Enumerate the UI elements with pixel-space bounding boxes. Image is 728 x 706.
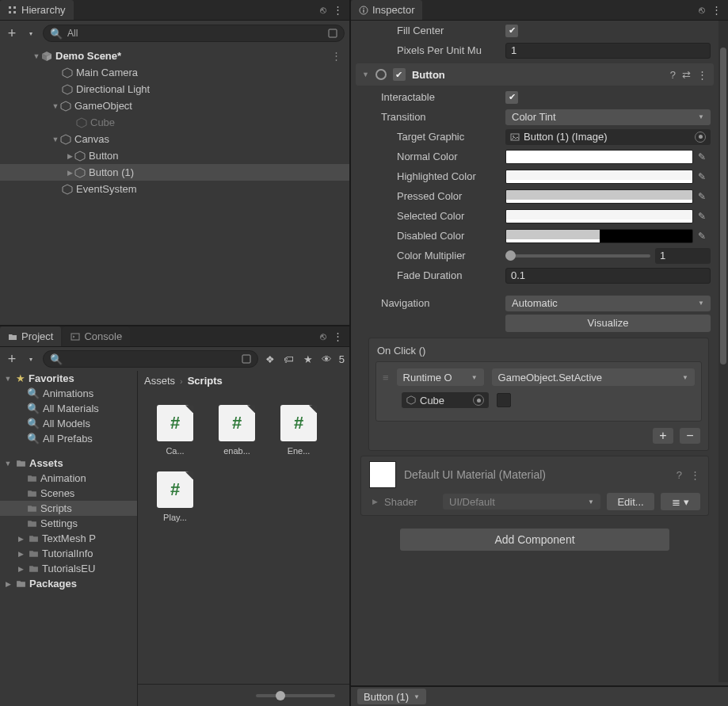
add-button[interactable]: + [5,352,19,366]
hidden-icon[interactable]: 👁 [320,352,334,366]
kebab-icon[interactable]: ⋮ [697,69,707,81]
fav-prefabs[interactable]: 🔍All Prefabs [0,431,137,446]
folder-animation[interactable]: Animation [0,471,137,486]
help-icon[interactable]: ? [670,69,676,81]
hierarchy-canvas[interactable]: ▼ Canvas [0,131,349,147]
onclick-method-dropdown[interactable]: GameObject.SetActive▼ [492,368,695,386]
kebab-icon[interactable]: ⋮ [333,330,343,342]
folder-scenes[interactable]: Scenes [0,486,137,501]
edit-shader-button[interactable]: Edit... [607,493,654,510]
filter-type-icon[interactable]: ❖ [263,352,277,366]
hierarchy-cube-disabled[interactable]: Cube [0,114,349,131]
fav-animations[interactable]: 🔍Animations [0,386,137,401]
asset-script[interactable]: #Play... [152,471,198,522]
kebab-icon[interactable]: ⋮ [711,4,722,16]
expand-arrow-icon[interactable]: ▼ [362,71,369,78]
filter-star-icon[interactable]: ★ [301,352,315,366]
expand-arrow-icon[interactable]: ▼ [51,102,60,110]
onclick-target-object[interactable]: Cube [402,392,489,408]
transition-dropdown[interactable]: Color Tint▼ [505,109,711,125]
assets-header[interactable]: ▼ Assets [0,456,137,471]
hierarchy-directional-light[interactable]: Directional Light [0,81,349,97]
add-component-button[interactable]: Add Component [400,529,669,551]
packages-header[interactable]: ▶ Packages [0,576,137,591]
folder-tutorialinfo[interactable]: ▶TutorialInfo [0,546,137,561]
component-enable-checkbox[interactable]: ✔ [393,68,406,81]
eyedropper-icon[interactable]: ✎ [698,151,711,162]
hierarchy-search-input[interactable]: 🔍 All [43,25,345,42]
filter-label-icon[interactable]: 🏷 [282,352,296,366]
onclick-remove-button[interactable]: − [680,428,700,444]
inspector-scrollbar[interactable] [718,21,728,682]
lock-icon[interactable]: ⎋ [320,4,326,16]
color-multiplier-slider[interactable] [505,254,650,258]
navigation-dropdown[interactable]: Automatic▼ [505,296,711,311]
favorites-header[interactable]: ▼ ★ Favorites [0,371,137,386]
onclick-add-button[interactable]: + [653,428,673,444]
fill-center-checkbox[interactable]: ✔ [505,25,518,37]
expand-arrow-icon[interactable]: ▶ [65,169,74,177]
asset-selector-dropdown[interactable]: Button (1)▼ [357,689,426,704]
interactable-checkbox[interactable]: ✔ [505,91,518,104]
help-icon[interactable]: ? [677,469,682,481]
selected-color-swatch[interactable] [505,209,693,223]
fav-models[interactable]: 🔍All Models [0,416,137,431]
kebab-icon[interactable]: ⋮ [333,4,343,16]
kebab-icon[interactable]: ⋮ [690,469,700,481]
expand-arrow-icon[interactable]: ▼ [51,135,60,143]
target-graphic-field[interactable]: Button (1) (Image) [505,129,711,145]
console-tab[interactable]: Console [63,326,130,346]
object-picker-icon[interactable] [695,132,706,143]
disabled-color-swatch[interactable] [505,229,693,243]
add-button[interactable]: + [5,26,19,40]
object-picker-icon[interactable] [473,395,484,406]
hierarchy-button1-selected[interactable]: ▶ Button (1) [0,164,349,181]
color-multiplier-input[interactable]: 1 [655,248,711,264]
pixels-per-unit-input[interactable]: 1 [505,43,711,59]
onclick-bool-checkbox[interactable] [497,393,511,407]
hierarchy-tab[interactable]: Hierarchy [0,0,74,20]
pressed-color-swatch[interactable] [505,189,693,204]
drag-handle-icon[interactable]: ≡ [383,372,389,384]
eyedropper-icon[interactable]: ✎ [698,171,711,182]
hierarchy-gameobject[interactable]: ▼ GameObject [0,97,349,114]
folder-textmeshp[interactable]: ▶TextMesh P [0,531,137,546]
inspector-tab[interactable]: Inspector [351,0,422,20]
kebab-icon[interactable]: ⋮ [331,50,349,62]
search-target-icon[interactable] [242,354,251,364]
project-tab[interactable]: Project [0,326,61,346]
folder-scripts-selected[interactable]: Scripts [0,501,137,516]
scene-row[interactable]: ▼ Demo Scene* ⋮ [0,48,349,64]
material-swatch[interactable] [369,461,396,488]
button-component-header[interactable]: ▼ ✔ Button ? ⇄ ⋮ [356,63,714,86]
project-search-input[interactable]: 🔍 [43,350,258,368]
onclick-runtime-dropdown[interactable]: Runtime O▼ [397,368,484,386]
asset-script[interactable]: #Ene... [276,405,322,456]
eyedropper-icon[interactable]: ✎ [698,211,711,222]
breadcrumb-current[interactable]: Scripts [188,375,223,387]
dropdown-caret-icon[interactable]: ▾ [24,352,38,366]
preset-icon[interactable]: ⇄ [682,69,691,81]
normal-color-swatch[interactable] [505,150,693,164]
eyedropper-icon[interactable]: ✎ [698,231,711,242]
fade-duration-input[interactable]: 0.1 [505,268,711,284]
breadcrumb-root[interactable]: Assets [144,375,175,387]
search-target-icon[interactable] [328,29,337,38]
shader-view-button[interactable]: ≣ ▾ [661,493,700,510]
hierarchy-main-camera[interactable]: Main Camera [0,64,349,81]
expand-arrow-icon[interactable]: ▶ [372,498,378,506]
asset-script[interactable]: #Ca... [152,405,198,456]
folder-settings[interactable]: Settings [0,516,137,531]
shader-dropdown[interactable]: UI/Default▼ [443,494,600,509]
asset-script[interactable]: #enab... [214,405,260,456]
folder-tutorialseu[interactable]: ▶TutorialsEU [0,561,137,576]
eyedropper-icon[interactable]: ✎ [698,191,711,202]
hierarchy-eventsystem[interactable]: EventSystem [0,181,349,197]
expand-arrow-icon[interactable]: ▶ [65,152,74,160]
highlighted-color-swatch[interactable] [505,170,693,184]
hierarchy-button[interactable]: ▶ Button [0,147,349,164]
visualize-button[interactable]: Visualize [505,315,711,332]
asset-size-slider[interactable] [256,694,335,697]
expand-arrow-icon[interactable]: ▼ [32,52,41,60]
dropdown-caret-icon[interactable]: ▾ [24,26,38,40]
